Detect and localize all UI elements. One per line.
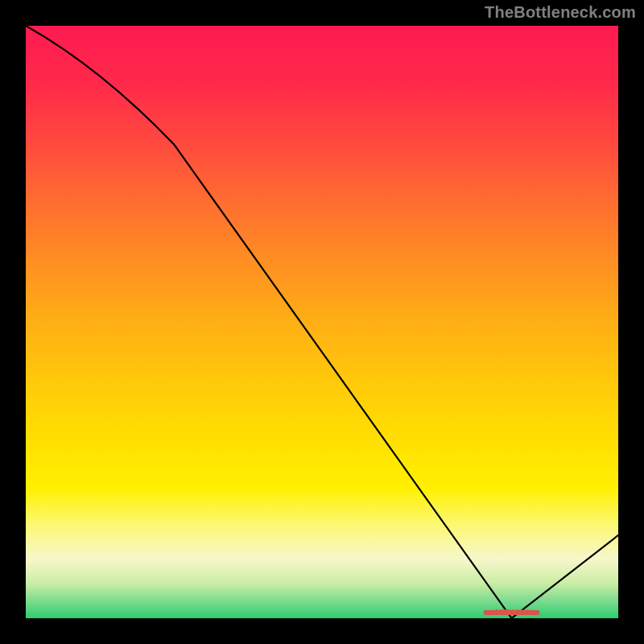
plot-area: OPTIMUM: [26, 26, 618, 618]
watermark-text: TheBottleneck.com: [485, 3, 636, 22]
optimum-label: OPTIMUM: [494, 608, 530, 616]
curve-line: [26, 26, 618, 618]
chart-frame: TheBottleneck.com OPTIMUM: [0, 0, 644, 644]
bottleneck-curve: [26, 26, 618, 618]
